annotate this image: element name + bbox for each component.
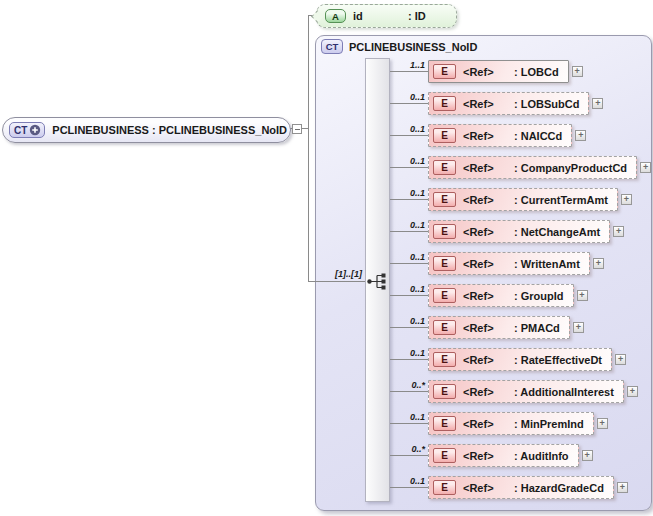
connector-line <box>390 71 428 72</box>
element-ref-node[interactable]: E <Ref> : NetChangeAmt <box>428 220 610 243</box>
element-ref-node[interactable]: E <Ref> : CurrentTermAmt <box>428 188 618 211</box>
cardinality-label: 0..1 <box>390 156 425 166</box>
element-row-lobsubcd: 0..1 E <Ref> : LOBSubCd + <box>390 92 603 115</box>
connector-line <box>390 231 428 232</box>
attribute-node[interactable]: A id : ID <box>316 4 457 28</box>
expand-button[interactable]: + <box>627 386 638 397</box>
element-ref-node[interactable]: E <Ref> : AuditInfo <box>428 444 579 467</box>
element-ref-label: <Ref> <box>463 386 514 398</box>
global-element-node[interactable]: CT PCLINEBUSINESS : PCLINEBUSINESS_NoID <box>2 117 291 143</box>
element-ref-node[interactable]: E <Ref> : RateEffectiveDt <box>428 348 612 371</box>
element-type-label: : LOBCd <box>514 66 559 78</box>
element-badge-icon: E <box>433 288 456 303</box>
element-badge-icon: E <box>433 416 456 431</box>
complex-type-plus-badge-icon: CT <box>9 122 45 138</box>
connector-line <box>308 15 309 282</box>
element-ref-label: <Ref> <box>463 226 514 238</box>
element-badge-icon: E <box>433 384 456 399</box>
expand-button[interactable]: + <box>617 482 628 493</box>
complex-type-badge-icon: CT <box>321 39 343 54</box>
element-row-writtenamt: 0..1 E <Ref> : WrittenAmt + <box>390 252 604 275</box>
element-ref-label: <Ref> <box>463 482 514 494</box>
element-type-label: : AuditInfo <box>514 450 569 462</box>
element-ref-node[interactable]: E <Ref> : HazardGradeCd <box>428 476 614 499</box>
element-badge-icon: E <box>433 256 456 271</box>
element-ref-node[interactable]: E <Ref> : NAICCd <box>428 124 572 147</box>
element-ref-node[interactable]: E <Ref> : LOBSubCd <box>428 92 589 115</box>
expand-button[interactable]: + <box>640 162 651 173</box>
plus-circle-icon <box>29 124 41 136</box>
attribute-badge-icon: A <box>325 9 346 23</box>
connector-line <box>390 423 428 424</box>
complex-type-header: CT PCLINEBUSINESS_NoID <box>321 39 477 54</box>
expand-button[interactable]: + <box>572 66 583 77</box>
element-type-label: : GroupId <box>514 290 564 302</box>
connector-line <box>390 487 428 488</box>
element-type-label: : WrittenAmt <box>514 258 580 270</box>
element-ref-node[interactable]: E <Ref> : AdditionalInterest <box>428 380 624 403</box>
cardinality-label: 0..1 <box>390 92 425 102</box>
element-type-label: : RateEffectiveDt <box>514 354 602 366</box>
element-type-label: : NetChangeAmt <box>514 226 600 238</box>
connector-line <box>308 281 368 282</box>
element-ref-node[interactable]: E <Ref> : CompanyProductCd <box>428 156 637 179</box>
element-badge-icon: E <box>433 352 456 367</box>
connector-line <box>390 199 428 200</box>
expand-button[interactable]: + <box>593 258 604 269</box>
element-row-pmacd: 0..1 E <Ref> : PMACd + <box>390 316 584 339</box>
element-type-label: : CompanyProductCd <box>514 162 627 174</box>
expand-button[interactable]: + <box>573 322 584 333</box>
element-ref-label: <Ref> <box>463 450 514 462</box>
element-ref-label: <Ref> <box>463 98 514 110</box>
element-badge-icon: E <box>433 480 456 495</box>
element-badge-icon: E <box>433 320 456 335</box>
element-row-hazardgradecd: 0..1 E <Ref> : HazardGradeCd + <box>390 476 628 499</box>
schema-diagram-canvas: CT PCLINEBUSINESS : PCLINEBUSINESS_NoID … <box>0 0 653 516</box>
element-row-naiccd: 0..1 E <Ref> : NAICCd + <box>390 124 586 147</box>
connector-line <box>390 167 428 168</box>
element-ref-node[interactable]: E <Ref> : PMACd <box>428 316 570 339</box>
element-row-additionalinterest: 0..* E <Ref> : AdditionalInterest + <box>390 380 638 403</box>
sequence-icon <box>366 272 390 291</box>
expand-button[interactable]: + <box>615 354 626 365</box>
expand-button[interactable]: + <box>575 130 586 141</box>
element-row-groupid: 0..1 E <Ref> : GroupId + <box>390 284 588 307</box>
element-ref-node[interactable]: E <Ref> : LOBCd <box>428 60 569 83</box>
connector-line <box>390 295 428 296</box>
expand-button[interactable]: + <box>621 194 632 205</box>
expand-button[interactable]: + <box>592 98 603 109</box>
element-ref-node[interactable]: E <Ref> : MinPremInd <box>428 412 594 435</box>
element-badge-icon: E <box>433 128 456 143</box>
cardinality-label: 0..1 <box>390 252 425 262</box>
element-ref-label: <Ref> <box>463 258 514 270</box>
element-row-currenttermamt: 0..1 E <Ref> : CurrentTermAmt + <box>390 188 632 211</box>
cardinality-label: 0..1 <box>390 284 425 294</box>
expand-button[interactable]: + <box>582 450 593 461</box>
element-type-label: : CurrentTermAmt <box>514 194 608 206</box>
cardinality-label: 0..1 <box>390 476 425 486</box>
expand-button[interactable]: + <box>577 290 588 301</box>
connector-line <box>390 391 428 392</box>
expand-button[interactable]: + <box>613 226 624 237</box>
element-badge-icon: E <box>433 224 456 239</box>
element-badge-icon: E <box>433 96 456 111</box>
connector-line <box>390 359 428 360</box>
complex-type-badge-label: CT <box>14 125 27 136</box>
element-ref-node[interactable]: E <Ref> : WrittenAmt <box>428 252 590 275</box>
cardinality-label: 0..1 <box>390 316 425 326</box>
element-ref-node[interactable]: E <Ref> : GroupId <box>428 284 574 307</box>
connector-line <box>390 263 428 264</box>
element-badge-icon: E <box>433 160 456 175</box>
cardinality-label: 0..* <box>390 444 425 454</box>
connector-handle[interactable] <box>292 124 302 134</box>
element-badge-icon: E <box>433 448 456 463</box>
element-row-companyproductcd: 0..1 E <Ref> : CompanyProductCd + <box>390 156 651 179</box>
expand-button[interactable]: + <box>597 418 608 429</box>
element-ref-label: <Ref> <box>463 418 514 430</box>
element-ref-label: <Ref> <box>463 66 514 78</box>
cardinality-label: 0..1 <box>390 412 425 422</box>
connector-line <box>390 135 428 136</box>
element-badge-icon: E <box>433 64 456 79</box>
connector-line <box>390 103 428 104</box>
cardinality-label: 0..1 <box>390 220 425 230</box>
